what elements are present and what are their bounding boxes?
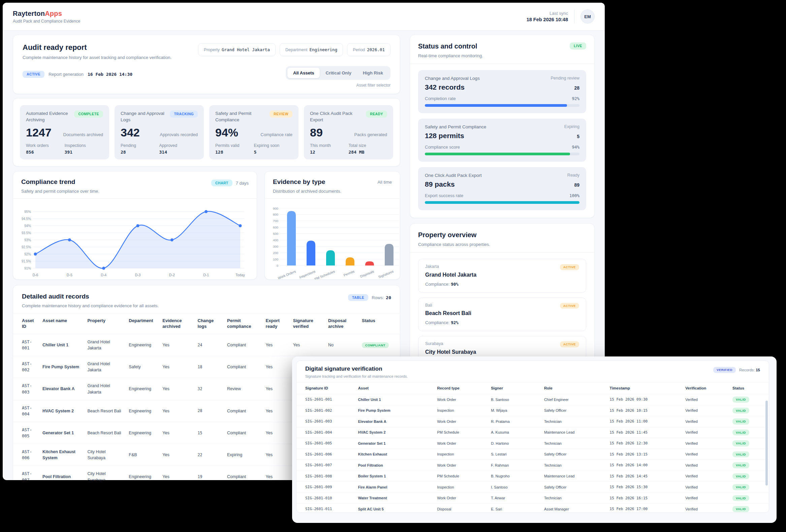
signature-row[interactable]: SIG-2601-003 Elevator Bank A Work Order …	[297, 416, 769, 427]
sub-stat-value: 856	[26, 149, 65, 155]
page-subtitle: Complete maintenance history for asset t…	[23, 55, 171, 60]
stat-tile-badge: COMPLETE	[74, 111, 103, 118]
cell-asset: Elevator Bank A	[355, 416, 435, 427]
filter-chip[interactable]: PropertyGrand Hotel Jakarta	[198, 43, 276, 56]
property-name: Beach Resort Bali	[425, 310, 579, 316]
property-location: Jakarta	[425, 264, 439, 269]
cell-role: Technician	[541, 438, 607, 449]
property-name: Grand Hotel Jakarta	[425, 272, 579, 278]
cell-evidence: Yes	[159, 422, 194, 444]
stat-tiles: Automated Evidence Archiving COMPLETE 12…	[20, 105, 393, 159]
signature-row[interactable]: SIG-2601-005 Generator Set 1 Work Order …	[297, 438, 769, 449]
signature-row[interactable]: SIG-2601-004 HVAC System 2 PM Schedule A…	[297, 427, 769, 438]
metric-label: Completion rate	[425, 96, 456, 101]
signature-row[interactable]: SIG-2601-001 Chiller Unit 1 Work Order B…	[297, 394, 769, 405]
filter-chips: PropertyGrand Hotel Jakarta DepartmentEn…	[198, 43, 391, 56]
col-verification: Verification	[683, 383, 730, 394]
valid-badge: VALID	[733, 430, 749, 436]
col-department: Department	[125, 313, 159, 334]
records-label: Records: 15	[739, 368, 760, 372]
stat-tile-title: Change and Approval Logs	[121, 111, 170, 123]
evidence-chart-title: Evidence by type	[273, 178, 341, 186]
table-row[interactable]: AST-001 Chiller Unit 1 Grand Hotel Jakar…	[13, 334, 400, 356]
stat-tile: Automated Evidence Archiving COMPLETE 12…	[20, 105, 109, 159]
cell-signature-id: SIG-2601-001	[297, 394, 355, 405]
cell-asset-id: AST-007	[13, 466, 39, 480]
signature-row[interactable]: SIG-2601-011 Split AC Unit 5 Disposal E.…	[297, 504, 769, 513]
col-disposal-archive: Disposal archive	[325, 313, 359, 334]
report-generation-date: 16 Feb 2026 14:30	[88, 72, 132, 77]
cell-signer: F. Rahman	[488, 460, 541, 471]
svg-text:500: 500	[273, 232, 278, 235]
stat-tile-caption: Approvals recorded	[160, 132, 198, 138]
filter-chip[interactable]: DepartmentEngineering	[280, 43, 343, 56]
signature-row[interactable]: SIG-2601-007 Pool Filtration Work Order …	[297, 460, 769, 471]
signature-verification-window: Digital signature verification Signature…	[292, 356, 777, 523]
segment-option[interactable]: All Assets	[287, 68, 320, 78]
cell-signer: S. Lestari	[488, 449, 541, 460]
chip-label: Property	[204, 47, 219, 52]
status-tile-value: 128 permits	[425, 132, 464, 140]
segment-option[interactable]: High Risk	[357, 68, 389, 78]
bar-chart-svg: 0100200300400500600700800900Work OrdersI…	[268, 203, 400, 280]
valid-badge: VALID	[733, 418, 749, 424]
stat-tile-caption: Packs generated	[354, 132, 387, 138]
cell-property: Grand Hotel Jakarta	[84, 378, 125, 400]
status-tile-title: Safety and Permit Compliance	[425, 124, 486, 130]
signature-row[interactable]: SIG-2601-010 Water Treatment Work Order …	[297, 492, 769, 504]
progress-fill	[425, 201, 579, 204]
progress-fill	[425, 153, 570, 155]
cell-role: Maintenance Lead	[541, 427, 607, 438]
cell-role: Technician	[541, 492, 607, 504]
cell-signer: T. Anwar	[488, 492, 541, 504]
cell-permit: Review	[224, 378, 262, 400]
property-item[interactable]: Bali ACTIVE Beach Resort Bali Compliance…	[418, 298, 586, 331]
cell-export: Yes	[262, 378, 290, 400]
chip-label: Department	[285, 47, 307, 52]
brand-primary: Rayterton	[13, 10, 45, 17]
cell-department: Safety	[125, 356, 159, 378]
audit-table-title: Detailed audit records	[22, 293, 159, 300]
last-sync: Last sync 18 Feb 2026 10:48	[527, 11, 568, 22]
cell-verification: Verified	[683, 416, 730, 427]
svg-text:Disposals: Disposals	[360, 269, 374, 278]
property-item[interactable]: Jakarta ACTIVE Grand Hotel Jakarta Compl…	[418, 259, 586, 293]
property-location: Surabaya	[425, 341, 443, 346]
cell-verification: Verified	[683, 427, 730, 438]
chip-label: Period	[353, 47, 365, 52]
cell-record-type: Disposal	[434, 504, 488, 513]
cell-asset-name: Generator Set 1	[39, 422, 84, 444]
stat-tile-sub1: Work orders 856	[26, 143, 65, 155]
signature-table-scrollbar[interactable]	[765, 400, 768, 486]
sub-stat-label: Total size	[349, 143, 388, 148]
cell-record-type: Inspection	[434, 405, 488, 416]
avatar[interactable]: EM	[580, 9, 595, 24]
cell-property: City Hotel Surabaya	[84, 466, 125, 480]
cell-role: Safety Officer	[541, 482, 607, 493]
brand-accent: Apps	[45, 10, 62, 17]
sub-stat-label: Expiring soon	[254, 143, 293, 148]
verified-badge: VERIFIED	[713, 367, 736, 373]
metric-value: 94%	[572, 144, 579, 149]
progress-track	[425, 153, 579, 155]
svg-text:900: 900	[273, 206, 278, 210]
signature-row[interactable]: SIG-2601-002 Fire Pump System Inspection…	[297, 405, 769, 416]
signature-row[interactable]: SIG-2601-009 Fire Alarm Panel Inspection…	[297, 482, 769, 493]
signature-table-header-row: Signature ID Asset Record type Signer Ro…	[297, 383, 769, 394]
cell-signer: E. Sari	[488, 504, 541, 513]
signature-row[interactable]: SIG-2601-008 Boiler System 1 PM Schedule…	[297, 471, 769, 482]
cell-timestamp: 15 Feb 2026 14:45	[607, 471, 683, 482]
filter-chip[interactable]: Period2026.01	[347, 43, 391, 56]
cell-timestamp: 15 Feb 2026 14:00	[607, 460, 683, 471]
signature-row[interactable]: SIG-2601-006 Kitchen Exhaust Inspection …	[297, 449, 769, 460]
sub-stat-label: Permits valid	[215, 143, 254, 148]
cell-signature-id: SIG-2601-004	[297, 427, 355, 438]
cell-record-type: Work Order	[434, 394, 488, 405]
valid-badge: VALID	[733, 484, 749, 490]
cell-evidence: Yes	[159, 356, 194, 378]
sub-stat-value: 391	[65, 149, 103, 155]
cell-record-type: Work Order	[434, 492, 488, 504]
segment-option[interactable]: Critical Only	[320, 68, 357, 78]
col-record-type: Record type	[434, 383, 488, 394]
chip-value: 2026.01	[367, 47, 385, 52]
